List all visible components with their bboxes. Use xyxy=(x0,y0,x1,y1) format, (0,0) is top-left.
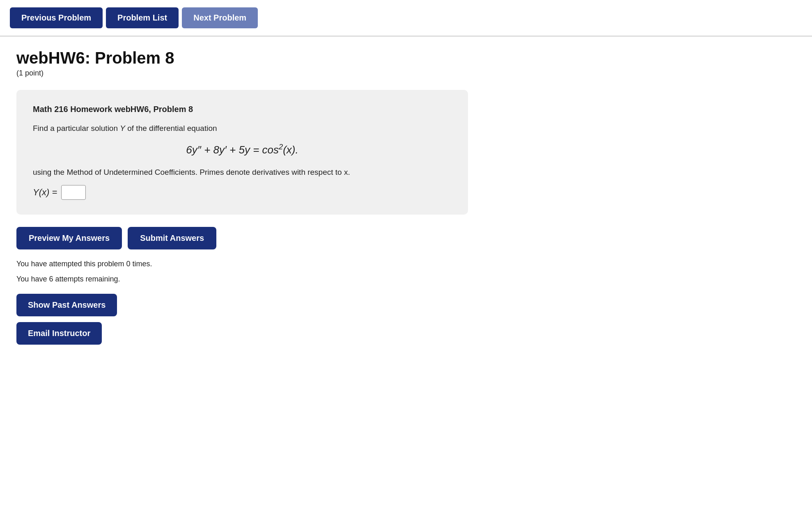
top-navigation: Previous Problem Problem List Next Probl… xyxy=(0,0,812,37)
answer-row: Y(x) = xyxy=(33,185,452,200)
problem-intro: Find a particular solution Y of the diff… xyxy=(33,122,452,135)
preview-answers-button[interactable]: Preview My Answers xyxy=(16,227,122,249)
main-content: webHW6: Problem 8 (1 point) Math 216 Hom… xyxy=(0,37,812,357)
email-instructor-button[interactable]: Email Instructor xyxy=(16,322,102,345)
problem-list-button[interactable]: Problem List xyxy=(106,7,179,28)
equation-display: 6y″ + 8y′ + 5y = cos2(x). xyxy=(33,143,452,156)
attempts-line1: You have attempted this problem 0 times. xyxy=(16,258,796,270)
attempts-line2: You have 6 attempts remaining. xyxy=(16,273,796,286)
answer-label: Y(x) = xyxy=(33,187,57,198)
submit-answers-button[interactable]: Submit Answers xyxy=(128,227,216,249)
problem-header: Math 216 Homework webHW6, Problem 8 xyxy=(33,105,452,114)
page-title: webHW6: Problem 8 xyxy=(16,49,796,67)
action-buttons: Preview My Answers Submit Answers xyxy=(16,227,796,249)
previous-problem-button[interactable]: Previous Problem xyxy=(10,7,103,28)
answer-input[interactable] xyxy=(61,185,86,200)
problem-footer: using the Method of Undetermined Coeffic… xyxy=(33,166,452,178)
show-past-answers-button[interactable]: Show Past Answers xyxy=(16,294,117,316)
page-points: (1 point) xyxy=(16,69,796,78)
problem-box: Math 216 Homework webHW6, Problem 8 Find… xyxy=(16,90,468,215)
secondary-buttons: Show Past Answers Email Instructor xyxy=(16,294,796,345)
next-problem-button[interactable]: Next Problem xyxy=(182,7,258,28)
attempts-info: You have attempted this problem 0 times.… xyxy=(16,258,796,285)
